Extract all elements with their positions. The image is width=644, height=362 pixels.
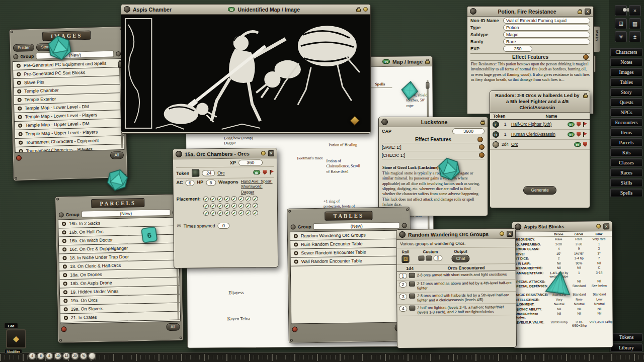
group-next-button[interactable] [402,223,407,228]
sidebar-item-items[interactable]: Items [610,128,642,137]
window-parcels[interactable]: Parcels Group (New) 16b. In 2 Sacks 16b.… [55,194,184,343]
pin-icon[interactable] [261,151,266,155]
sidebar-item-tables[interactable]: Tables [610,78,642,86]
die-d10-button[interactable]: 10 [54,352,62,360]
sidebar-item-characters[interactable]: Characters [610,48,642,56]
placement-check[interactable]: ✓ [217,210,223,216]
sidebar-item-spells[interactable]: Spells [610,189,642,197]
placement-check[interactable]: ✓ [224,196,230,202]
effects-orb-icon[interactable] [477,137,483,142]
custom-option-button[interactable] [426,255,432,260]
options-icon[interactable]: ✳ [615,31,627,42]
npc-token[interactable]: F [493,121,499,128]
die-d4-button[interactable]: 4 [28,352,36,360]
placement-check[interactable]: ✓ [224,210,230,216]
luckstone-titlebar[interactable]: Luckstone [379,117,488,127]
output-chat-button[interactable]: Chat [452,255,470,262]
wandering-titlebar[interactable]: Random Wandering Orc Groups × [396,229,515,240]
group-prev-button[interactable] [291,224,296,229]
tab-secondary[interactable] [594,55,596,72]
npc-name-link[interactable]: Orc [217,170,225,175]
placement-check[interactable]: ✓ [210,196,216,202]
window-aspis-chamber[interactable]: Aspis Chamber ID Unidentified Map / Imag… [121,4,371,134]
party-icon[interactable] [615,5,627,16]
sidebar-item-races[interactable]: Races [610,168,642,177]
table-result-row[interactable]: 1 2-8 orcs armed with short swords and l… [397,271,516,281]
chamber-artwork[interactable] [121,15,370,132]
envelope-icon[interactable]: ✉ [177,224,181,229]
type-field[interactable]: Potion [503,25,590,31]
custom-counter-field[interactable]: 0 [434,255,443,261]
chamber-titlebar[interactable]: Aspis Chamber ID Unidentified Map / Imag… [121,5,370,15]
sidebar-item-notes[interactable]: Notes [610,58,642,66]
folder-button[interactable]: Folder [13,44,34,52]
npc-token[interactable] [493,141,499,148]
close-icon[interactable]: × [629,5,641,16]
faction-flag-icon[interactable] [583,132,587,137]
row-link-button[interactable] [409,293,415,298]
sidebar-item-parcels[interactable]: Parcels [610,138,642,147]
placement-check[interactable]: ✓ [246,196,251,202]
placement-check[interactable]: ✓ [253,203,258,208]
group-value-field[interactable]: (New) [313,222,400,230]
list-item[interactable]: Wall Random Encounter Table [291,256,408,266]
lock-icon[interactable] [425,60,430,64]
effects-orb-icon[interactable] [583,54,589,60]
sidebar-item-images[interactable]: Images [610,68,642,76]
all-filter-button[interactable]: All [110,151,124,159]
placement-check[interactable]: ✓ [217,196,223,202]
npc-name-link[interactable]: Orc [511,142,572,147]
teal-d4-die[interactable] [544,269,574,299]
sidebar-item-quests[interactable]: Quests [610,98,642,107]
placement-check[interactable]: ✓ [246,210,251,216]
window-orc-chambers[interactable]: 15a. Orc Chambers - Orcs × XP 360 Token … [173,148,278,268]
record-orb-icon[interactable] [470,8,476,15]
roll-dice-button[interactable]: ⚄ [401,255,409,263]
close-icon[interactable]: × [585,9,591,15]
sidebar-item-classes[interactable]: Classes [610,158,642,167]
sidebar-item-library[interactable]: Library [610,343,642,352]
delete-shield-icon[interactable] [263,170,267,174]
delete-shield-icon[interactable] [577,132,581,137]
lock-icon[interactable] [583,95,588,98]
window-tables[interactable]: Tables Group (New) Random Wandering Orc … [287,207,412,343]
placement-check[interactable]: ✓ [238,203,244,209]
group-value-field[interactable]: (New) [82,209,171,218]
table-result-row[interactable]: 3 2-8 orcs armed with halberds led by a … [397,292,516,305]
window-luckstone[interactable]: Luckstone CAP 3600 Effect Features [SAVE… [378,117,488,216]
modifier-stack-icon[interactable]: ± [629,31,641,42]
weapons-value[interactable]: Hand Axe; Spear; Shortsword; Dagger [241,179,274,195]
placement-check[interactable]: ✓ [203,197,209,202]
npc-token[interactable]: H [493,131,499,138]
die-d12-button[interactable]: 12 [62,352,70,360]
times-spawned-field[interactable]: 0 [217,223,229,229]
encounter-npc-row[interactable]: H 1 Human Cleric/Assassin ID [490,130,590,140]
die-d100-button[interactable]: % [79,352,88,360]
record-orb-icon[interactable] [515,224,521,230]
teal-d8-die[interactable] [400,80,419,103]
table-result-row[interactable]: 4 2 half-orc fighters (levels 2-4), a ha… [397,303,516,316]
placement-check[interactable]: ✓ [203,211,209,216]
group-next-button[interactable] [116,51,121,56]
effect-orb-icon[interactable] [479,152,485,158]
pin-icon[interactable] [596,224,601,228]
lock-icon[interactable] [480,121,485,125]
close-icon[interactable]: × [603,223,609,229]
list-item[interactable]: 21. In Crates [60,311,180,322]
record-orb-icon[interactable] [176,151,182,157]
cap-field[interactable]: 3600 [452,128,485,134]
lock-icon[interactable] [356,9,361,12]
nonid-name-field[interactable]: Vial of Emerald Fuming Liquid [503,18,590,24]
modifier-box[interactable]: ◆ [6,329,26,348]
record-orb-icon[interactable] [399,231,406,238]
die-d6-button[interactable]: 6 [37,352,45,360]
sidebar-item-skills[interactable]: Skills [610,178,642,187]
close-icon[interactable]: × [507,231,513,237]
die-d8-button[interactable]: 8 [45,352,53,360]
delete-shield-icon[interactable] [577,122,581,127]
placement-check[interactable]: ✓ [238,210,244,216]
faction-flag-icon[interactable] [269,170,274,174]
custom-option-button[interactable] [419,256,425,261]
placement-check[interactable]: ✓ [246,203,251,209]
lock-icon[interactable] [578,11,582,14]
